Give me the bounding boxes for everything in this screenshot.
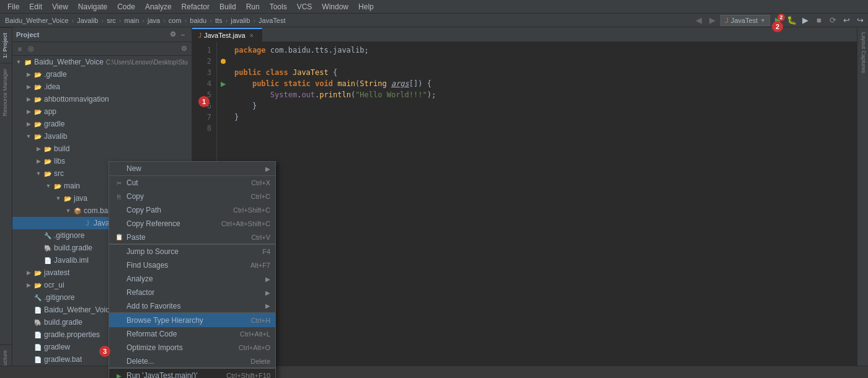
refactor-icon: [114, 288, 124, 297]
menu-item-navigate[interactable]: Navigate: [73, 1, 112, 12]
java-file-icon: J: [83, 219, 92, 227]
menu-item-refactor[interactable]: Refactor: [177, 1, 215, 12]
folder-icon: 📂: [43, 169, 52, 178]
forward-button[interactable]: ▶: [707, 15, 718, 26]
project-icon: 📁: [24, 58, 32, 66]
sync-button[interactable]: ⟳: [827, 15, 838, 26]
tree-item-build[interactable]: ▶ 📂 build: [12, 143, 192, 155]
ctx-delete[interactable]: Delete... Delete: [109, 354, 275, 368]
sidebar-tab-project[interactable]: 1: Project: [0, 27, 12, 63]
run-main-icon: ▶: [114, 371, 124, 378]
sidebar-tab-resource[interactable]: Resource Manager: [0, 63, 12, 121]
menu-item-vcs[interactable]: VCS: [292, 1, 317, 12]
warning-dot: [221, 59, 226, 64]
menu-item-tools[interactable]: Tools: [265, 1, 292, 12]
tree-item-idea[interactable]: ▶ 📂 .idea: [12, 81, 192, 93]
debug-button[interactable]: 🐛: [786, 15, 797, 26]
ctx-find-usages[interactable]: Find Usages Alt+F7: [109, 258, 275, 272]
run-config-selector[interactable]: J JavaTest ▼: [720, 15, 770, 26]
menu-bar: File Edit View Navigate Code Analyze Ref…: [0, 0, 868, 14]
menu-item-run[interactable]: Run: [241, 1, 265, 12]
menu-item-view[interactable]: View: [47, 1, 73, 12]
new-icon: [114, 164, 124, 174]
run-gutter-arrow[interactable]: ▶: [221, 80, 226, 88]
ctx-analyze[interactable]: Analyze ▶: [109, 272, 275, 286]
tab-close-btn[interactable]: ×: [248, 32, 255, 39]
breadcrumb-main[interactable]: main: [122, 17, 141, 24]
code-editor[interactable]: package com.baidu.tts.javalib; public cl…: [229, 42, 857, 378]
breadcrumb-baidu[interactable]: baidu: [187, 17, 209, 24]
coverage-button[interactable]: ▶: [800, 15, 811, 26]
ctx-run-main[interactable]: ▶ Run 'JavaTest.main()' Ctrl+Shift+F10: [109, 369, 275, 378]
badge-3: 3: [99, 346, 110, 357]
panel-header: Project ⚙ –: [12, 27, 192, 42]
panel-toolbar: ≡ ◎ ⚙: [12, 42, 192, 56]
redo-button[interactable]: ↪: [854, 15, 866, 26]
tree-item-javalib[interactable]: ▼ 📂 Javalib: [12, 130, 192, 143]
menu-item-analyze[interactable]: Analyze: [140, 1, 177, 12]
layout-captures-tab[interactable]: Layout Captures: [857, 27, 868, 78]
panel-title: Project: [16, 31, 39, 38]
ctx-paste[interactable]: 📋 Paste Ctrl+V: [109, 231, 275, 244]
menu-item-edit[interactable]: Edit: [24, 1, 47, 12]
optimize-icon: [114, 343, 124, 353]
tree-item-root[interactable]: ▼ 📁 Baidu_Wether_Voice C:\Users\Lenovo\D…: [12, 56, 192, 68]
ctx-jump-to-source[interactable]: Jump to Source F4: [109, 245, 275, 258]
ctx-reformat-code[interactable]: Reformat Code Ctrl+Alt+L: [109, 327, 275, 341]
breadcrumb-javatest[interactable]: JavaTest: [256, 17, 288, 24]
panel-settings-btn[interactable]: ⚙: [168, 30, 178, 40]
ctx-copy-reference[interactable]: Copy Reference Ctrl+Alt+Shift+C: [109, 217, 275, 231]
breadcrumb-java[interactable]: java: [145, 17, 162, 24]
file-icon: 📄: [33, 343, 42, 351]
toolbar: Baidu_Wether_Voice › Javalib › src › mai…: [0, 14, 868, 27]
breadcrumb-tts[interactable]: tts: [213, 17, 225, 24]
ctx-copy-path[interactable]: Copy Path Ctrl+Shift+C: [109, 203, 275, 217]
tree-item-gradle-hidden[interactable]: ▶ 📂 .gradle: [12, 68, 192, 81]
badge-2: 2: [772, 21, 783, 32]
breadcrumb-javalib[interactable]: Javalib: [74, 17, 100, 24]
ctx-browse-type-hierarchy[interactable]: Browse Type Hierarchy Ctrl+H: [109, 314, 275, 327]
right-sidebar: Layout Captures: [857, 27, 868, 378]
ctx-cut[interactable]: ✂ Cut Ctrl+X: [109, 176, 275, 190]
locate-btn[interactable]: ◎: [26, 44, 36, 54]
undo-button[interactable]: ↩: [841, 15, 852, 26]
ctx-refactor[interactable]: Refactor ▶: [109, 286, 275, 299]
menu-item-code[interactable]: Code: [112, 1, 140, 12]
menu-item-window[interactable]: Window: [317, 1, 353, 12]
editor-content: 1 2 3 4 5 6 7 8 ▶: [192, 42, 857, 378]
iml-icon: 📄: [33, 305, 42, 314]
menu-item-build[interactable]: Build: [215, 1, 241, 12]
settings-gear-btn[interactable]: ⚙: [179, 44, 189, 54]
java-tab-icon: J: [198, 32, 202, 39]
hierarchy-icon: [114, 315, 124, 325]
breadcrumb-src[interactable]: src: [104, 17, 118, 24]
module-icon: 📂: [33, 95, 42, 103]
menu-item-help[interactable]: Help: [353, 1, 379, 12]
left-sidebar-tabs: 1: Project Resource Manager Structure: [0, 27, 12, 378]
tree-item-gradle[interactable]: ▶ 📂 gradle: [12, 118, 192, 130]
folder-icon: 📂: [33, 120, 42, 128]
collapse-all-btn[interactable]: ≡: [15, 44, 25, 54]
badge-1: 1: [198, 96, 210, 107]
reformat-icon: [114, 329, 124, 339]
gradle-icon: 🐘: [33, 318, 42, 327]
stop-button[interactable]: ■: [813, 15, 825, 26]
menu-item-file[interactable]: File: [2, 1, 24, 12]
back-button[interactable]: ◀: [693, 15, 704, 26]
breadcrumb-com[interactable]: com: [166, 17, 184, 24]
copy-icon: ⎘: [114, 191, 124, 201]
ctx-add-favorites[interactable]: Add to Favorites ▶: [109, 299, 275, 313]
tree-item-app[interactable]: ▶ 📂 app: [12, 105, 192, 118]
editor-tab-javatest[interactable]: J JavaTest.java ×: [192, 28, 262, 42]
run-config-name: JavaTest: [731, 17, 758, 24]
ctx-copy[interactable]: ⎘ Copy Ctrl+C: [109, 190, 275, 203]
ctx-new[interactable]: New ▶: [109, 162, 275, 175]
panel-minimize-btn[interactable]: –: [178, 30, 188, 40]
breadcrumb-project[interactable]: Baidu_Wether_Voice: [2, 17, 71, 24]
delete-icon: [114, 356, 124, 366]
folder-icon: 📂: [33, 281, 42, 289]
tree-item-ahbottom[interactable]: ▶ 📂 ahbottomnavigation: [12, 93, 192, 105]
ctx-optimize-imports[interactable]: Optimize Imports Ctrl+Alt+O: [109, 341, 275, 354]
breadcrumb-javalib2[interactable]: javalib: [228, 17, 252, 24]
paste-icon: 📋: [114, 232, 124, 242]
